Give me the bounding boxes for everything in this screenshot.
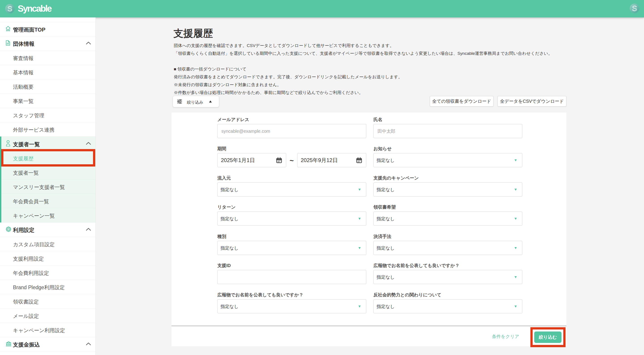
svg-text:S: S — [8, 5, 12, 13]
svg-text:S: S — [632, 4, 637, 13]
